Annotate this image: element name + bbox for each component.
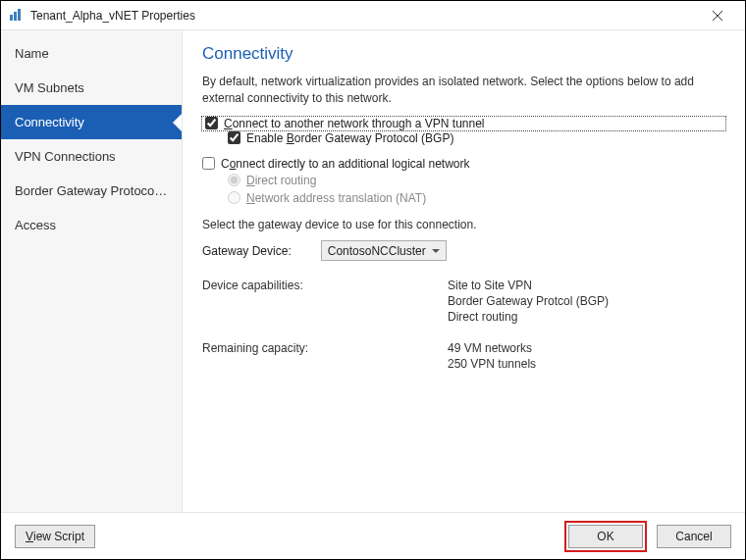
- svg-rect-1: [14, 12, 17, 21]
- radio-row-direct-routing[interactable]: Direct routing: [228, 172, 725, 189]
- sidebar-item-vpn-connections[interactable]: VPN Connections: [1, 139, 182, 174]
- titlebar: Tenant_Alpha_vNET Properties: [1, 1, 745, 30]
- sidebar: Name VM Subnets Connectivity VPN Connect…: [1, 30, 183, 512]
- remaining-capacity-label: Remaining capacity:: [202, 341, 448, 355]
- sidebar-item-name[interactable]: Name: [1, 36, 182, 71]
- checkbox-direct-connect-label: Connect directly to an additional logica…: [221, 157, 470, 171]
- window-title: Tenant_Alpha_vNET Properties: [30, 9, 698, 23]
- checkbox-row-vpn[interactable]: Connect to another network through a VPN…: [202, 117, 725, 130]
- view-script-button[interactable]: View Script: [15, 525, 95, 548]
- checkbox-bgp-label: Enable Border Gateway Protocol (BGP): [246, 131, 453, 145]
- device-capabilities-value-1: Border Gateway Protcol (BGP): [448, 294, 725, 308]
- gateway-device-label: Gateway Device:: [202, 244, 292, 258]
- remaining-capacity-value-0: 49 VM networks: [448, 341, 725, 355]
- sidebar-item-connectivity[interactable]: Connectivity: [1, 105, 182, 139]
- svg-rect-2: [18, 9, 21, 21]
- gateway-device-select[interactable]: ContosoNCCluster: [321, 240, 447, 261]
- checkbox-bgp[interactable]: [228, 131, 240, 144]
- checkbox-direct-connect[interactable]: [202, 157, 215, 170]
- sidebar-item-access[interactable]: Access: [1, 208, 182, 242]
- content-pane: Connectivity By default, network virtual…: [183, 30, 745, 512]
- svg-rect-0: [10, 15, 13, 21]
- ok-button[interactable]: OK: [568, 525, 643, 548]
- app-icon: [9, 8, 25, 24]
- radio-direct-routing[interactable]: [228, 174, 240, 186]
- footer: View Script OK Cancel: [1, 512, 745, 559]
- ok-button-highlight: OK: [564, 521, 647, 552]
- checkbox-row-direct-connect[interactable]: Connect directly to an additional logica…: [202, 156, 725, 172]
- sidebar-item-vm-subnets[interactable]: VM Subnets: [1, 71, 182, 105]
- radio-row-nat[interactable]: Network address translation (NAT): [228, 189, 725, 207]
- sidebar-item-bgp[interactable]: Border Gateway Protocol...: [1, 174, 182, 208]
- radio-direct-routing-label: Direct routing: [246, 174, 316, 187]
- gateway-prompt: Select the gateway device to use for thi…: [202, 217, 725, 233]
- checkbox-vpn[interactable]: [205, 117, 218, 129]
- radio-nat[interactable]: [228, 191, 240, 204]
- close-button[interactable]: [698, 2, 737, 29]
- remaining-capacity-value-1: 250 VPN tunnels: [448, 357, 725, 371]
- radio-nat-label: Network address translation (NAT): [246, 191, 426, 205]
- gateway-device-value: ContosoNCCluster: [328, 244, 426, 258]
- checkbox-vpn-label: Connect to another network through a VPN…: [224, 117, 485, 130]
- device-capabilities-value-0: Site to Site VPN: [448, 279, 725, 292]
- cancel-button[interactable]: Cancel: [657, 525, 731, 548]
- device-capabilities-label: Device capabilities:: [202, 279, 448, 292]
- checkbox-row-bgp[interactable]: Enable Border Gateway Protocol (BGP): [228, 130, 725, 146]
- close-icon: [713, 11, 722, 21]
- device-capabilities-value-2: Direct routing: [448, 310, 725, 324]
- page-title: Connectivity: [202, 44, 725, 64]
- page-description: By default, network virtualization provi…: [202, 74, 725, 107]
